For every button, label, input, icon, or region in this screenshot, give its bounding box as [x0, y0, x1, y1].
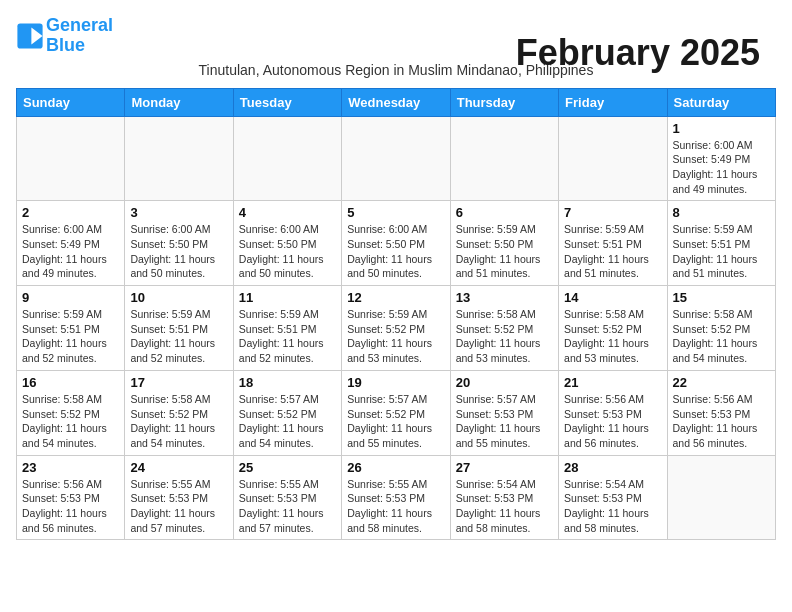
calendar-cell: 4Sunrise: 6:00 AM Sunset: 5:50 PM Daylig… — [233, 201, 341, 286]
calendar-cell: 21Sunrise: 5:56 AM Sunset: 5:53 PM Dayli… — [559, 370, 667, 455]
calendar-cell: 13Sunrise: 5:58 AM Sunset: 5:52 PM Dayli… — [450, 286, 558, 371]
day-info: Sunrise: 5:56 AM Sunset: 5:53 PM Dayligh… — [22, 477, 119, 536]
calendar-cell: 7Sunrise: 5:59 AM Sunset: 5:51 PM Daylig… — [559, 201, 667, 286]
weekday-header-tuesday: Tuesday — [233, 88, 341, 116]
calendar-cell: 11Sunrise: 5:59 AM Sunset: 5:51 PM Dayli… — [233, 286, 341, 371]
day-info: Sunrise: 5:58 AM Sunset: 5:52 PM Dayligh… — [564, 307, 661, 366]
day-number: 18 — [239, 375, 336, 390]
day-info: Sunrise: 5:58 AM Sunset: 5:52 PM Dayligh… — [130, 392, 227, 451]
day-info: Sunrise: 5:57 AM Sunset: 5:53 PM Dayligh… — [456, 392, 553, 451]
calendar-cell — [667, 455, 775, 540]
day-info: Sunrise: 6:00 AM Sunset: 5:50 PM Dayligh… — [347, 222, 444, 281]
day-number: 7 — [564, 205, 661, 220]
calendar-cell — [450, 116, 558, 201]
day-number: 15 — [673, 290, 770, 305]
calendar-cell: 24Sunrise: 5:55 AM Sunset: 5:53 PM Dayli… — [125, 455, 233, 540]
calendar-cell: 15Sunrise: 5:58 AM Sunset: 5:52 PM Dayli… — [667, 286, 775, 371]
day-info: Sunrise: 5:59 AM Sunset: 5:50 PM Dayligh… — [456, 222, 553, 281]
day-info: Sunrise: 5:59 AM Sunset: 5:51 PM Dayligh… — [673, 222, 770, 281]
day-info: Sunrise: 5:56 AM Sunset: 5:53 PM Dayligh… — [564, 392, 661, 451]
calendar-cell — [342, 116, 450, 201]
weekday-header-row: SundayMondayTuesdayWednesdayThursdayFrid… — [17, 88, 776, 116]
day-info: Sunrise: 5:55 AM Sunset: 5:53 PM Dayligh… — [130, 477, 227, 536]
calendar-cell: 23Sunrise: 5:56 AM Sunset: 5:53 PM Dayli… — [17, 455, 125, 540]
day-number: 5 — [347, 205, 444, 220]
calendar-cell — [233, 116, 341, 201]
calendar-cell: 20Sunrise: 5:57 AM Sunset: 5:53 PM Dayli… — [450, 370, 558, 455]
month-year: February 2025 — [516, 32, 760, 74]
calendar-cell: 5Sunrise: 6:00 AM Sunset: 5:50 PM Daylig… — [342, 201, 450, 286]
week-row-1: 2Sunrise: 6:00 AM Sunset: 5:49 PM Daylig… — [17, 201, 776, 286]
day-info: Sunrise: 5:59 AM Sunset: 5:51 PM Dayligh… — [130, 307, 227, 366]
day-number: 3 — [130, 205, 227, 220]
day-info: Sunrise: 6:00 AM Sunset: 5:49 PM Dayligh… — [673, 138, 770, 197]
day-info: Sunrise: 5:55 AM Sunset: 5:53 PM Dayligh… — [239, 477, 336, 536]
week-row-0: 1Sunrise: 6:00 AM Sunset: 5:49 PM Daylig… — [17, 116, 776, 201]
day-number: 9 — [22, 290, 119, 305]
day-info: Sunrise: 5:54 AM Sunset: 5:53 PM Dayligh… — [564, 477, 661, 536]
day-number: 4 — [239, 205, 336, 220]
weekday-header-sunday: Sunday — [17, 88, 125, 116]
day-number: 16 — [22, 375, 119, 390]
day-number: 27 — [456, 460, 553, 475]
day-info: Sunrise: 5:54 AM Sunset: 5:53 PM Dayligh… — [456, 477, 553, 536]
weekday-header-wednesday: Wednesday — [342, 88, 450, 116]
day-number: 28 — [564, 460, 661, 475]
top-area: General Blue February 2025 — [16, 16, 776, 56]
day-number: 14 — [564, 290, 661, 305]
calendar-table: SundayMondayTuesdayWednesdayThursdayFrid… — [16, 88, 776, 541]
day-number: 17 — [130, 375, 227, 390]
day-number: 11 — [239, 290, 336, 305]
calendar-cell: 22Sunrise: 5:56 AM Sunset: 5:53 PM Dayli… — [667, 370, 775, 455]
calendar-cell: 2Sunrise: 6:00 AM Sunset: 5:49 PM Daylig… — [17, 201, 125, 286]
day-number: 19 — [347, 375, 444, 390]
day-info: Sunrise: 5:59 AM Sunset: 5:51 PM Dayligh… — [239, 307, 336, 366]
weekday-header-friday: Friday — [559, 88, 667, 116]
calendar-cell: 18Sunrise: 5:57 AM Sunset: 5:52 PM Dayli… — [233, 370, 341, 455]
day-number: 2 — [22, 205, 119, 220]
day-info: Sunrise: 5:59 AM Sunset: 5:51 PM Dayligh… — [22, 307, 119, 366]
calendar-cell: 6Sunrise: 5:59 AM Sunset: 5:50 PM Daylig… — [450, 201, 558, 286]
calendar-cell: 19Sunrise: 5:57 AM Sunset: 5:52 PM Dayli… — [342, 370, 450, 455]
calendar-cell: 16Sunrise: 5:58 AM Sunset: 5:52 PM Dayli… — [17, 370, 125, 455]
day-number: 21 — [564, 375, 661, 390]
calendar-cell: 27Sunrise: 5:54 AM Sunset: 5:53 PM Dayli… — [450, 455, 558, 540]
calendar-cell: 3Sunrise: 6:00 AM Sunset: 5:50 PM Daylig… — [125, 201, 233, 286]
week-row-3: 16Sunrise: 5:58 AM Sunset: 5:52 PM Dayli… — [17, 370, 776, 455]
calendar-cell: 26Sunrise: 5:55 AM Sunset: 5:53 PM Dayli… — [342, 455, 450, 540]
day-info: Sunrise: 5:59 AM Sunset: 5:51 PM Dayligh… — [564, 222, 661, 281]
day-info: Sunrise: 5:57 AM Sunset: 5:52 PM Dayligh… — [239, 392, 336, 451]
calendar-cell: 9Sunrise: 5:59 AM Sunset: 5:51 PM Daylig… — [17, 286, 125, 371]
weekday-header-saturday: Saturday — [667, 88, 775, 116]
calendar-cell: 17Sunrise: 5:58 AM Sunset: 5:52 PM Dayli… — [125, 370, 233, 455]
calendar-cell — [17, 116, 125, 201]
day-info: Sunrise: 6:00 AM Sunset: 5:50 PM Dayligh… — [239, 222, 336, 281]
week-row-2: 9Sunrise: 5:59 AM Sunset: 5:51 PM Daylig… — [17, 286, 776, 371]
day-info: Sunrise: 5:55 AM Sunset: 5:53 PM Dayligh… — [347, 477, 444, 536]
day-number: 24 — [130, 460, 227, 475]
day-info: Sunrise: 5:58 AM Sunset: 5:52 PM Dayligh… — [673, 307, 770, 366]
calendar-cell: 28Sunrise: 5:54 AM Sunset: 5:53 PM Dayli… — [559, 455, 667, 540]
calendar-cell: 14Sunrise: 5:58 AM Sunset: 5:52 PM Dayli… — [559, 286, 667, 371]
logo-icon — [16, 22, 44, 50]
day-number: 10 — [130, 290, 227, 305]
day-info: Sunrise: 5:59 AM Sunset: 5:52 PM Dayligh… — [347, 307, 444, 366]
day-number: 8 — [673, 205, 770, 220]
day-number: 25 — [239, 460, 336, 475]
logo-line1: General — [46, 15, 113, 35]
day-info: Sunrise: 5:56 AM Sunset: 5:53 PM Dayligh… — [673, 392, 770, 451]
calendar-cell: 10Sunrise: 5:59 AM Sunset: 5:51 PM Dayli… — [125, 286, 233, 371]
calendar-cell — [125, 116, 233, 201]
calendar-cell: 12Sunrise: 5:59 AM Sunset: 5:52 PM Dayli… — [342, 286, 450, 371]
logo-line2: Blue — [46, 35, 85, 55]
calendar-cell: 25Sunrise: 5:55 AM Sunset: 5:53 PM Dayli… — [233, 455, 341, 540]
day-info: Sunrise: 6:00 AM Sunset: 5:50 PM Dayligh… — [130, 222, 227, 281]
weekday-header-thursday: Thursday — [450, 88, 558, 116]
day-info: Sunrise: 6:00 AM Sunset: 5:49 PM Dayligh… — [22, 222, 119, 281]
title-section: February 2025 — [516, 32, 760, 74]
day-number: 23 — [22, 460, 119, 475]
week-row-4: 23Sunrise: 5:56 AM Sunset: 5:53 PM Dayli… — [17, 455, 776, 540]
day-number: 26 — [347, 460, 444, 475]
day-info: Sunrise: 5:58 AM Sunset: 5:52 PM Dayligh… — [22, 392, 119, 451]
day-number: 13 — [456, 290, 553, 305]
